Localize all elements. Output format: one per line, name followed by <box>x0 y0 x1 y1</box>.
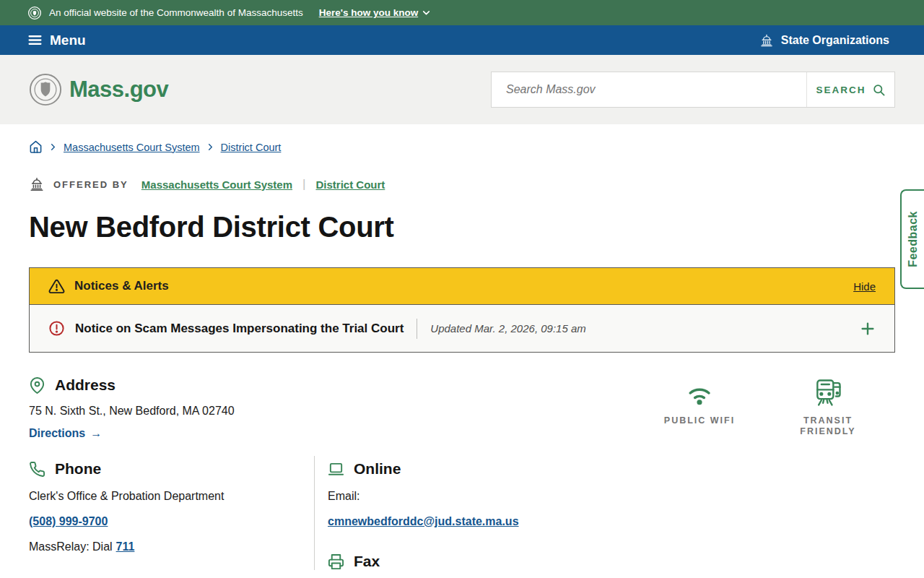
amenity-transit-friendly: TRANSIT FRIENDLY <box>781 376 875 440</box>
massgov-logo[interactable]: Mass.gov <box>29 73 168 106</box>
address-text: 75 N. Sixth St., New Bedford, MA 02740 <box>29 405 235 418</box>
search-button[interactable]: SEARCH <box>806 72 894 107</box>
main-nav: Menu State Organizations <box>0 25 924 55</box>
phone-icon <box>29 461 45 478</box>
right-arrow-icon: → <box>90 427 102 440</box>
location-pin-icon <box>29 377 45 394</box>
separator: | <box>302 177 305 191</box>
search-bar: SEARCH <box>491 72 895 108</box>
statehouse-icon <box>759 33 774 48</box>
divider <box>417 319 417 339</box>
online-section: Online Email: cmnewbedforddc@jud.state.m… <box>315 456 519 570</box>
fax-icon <box>328 553 344 570</box>
massrelay-line: MassRelay: Dial711 <box>29 540 314 553</box>
address-heading: Address <box>55 376 116 394</box>
plus-icon <box>860 321 876 337</box>
email-label: Email: <box>328 490 519 503</box>
state-organizations-link[interactable]: State Organizations <box>759 33 889 48</box>
laptop-icon <box>328 461 344 478</box>
feedback-label: Feedback <box>907 211 920 267</box>
hamburger-icon <box>27 33 43 48</box>
amenity-label: PUBLIC WIFI <box>664 415 735 426</box>
page-title: New Bedford District Court <box>29 211 895 243</box>
notices-alerts-header: Notices & Alerts Hide <box>30 268 894 304</box>
email-link[interactable]: cmnewbedforddc@jud.state.ma.us <box>328 515 519 527</box>
breadcrumb-link-court-system[interactable]: Massachusetts Court System <box>64 142 200 153</box>
alert-row: Notice on Scam Messages Impersonating th… <box>30 304 894 352</box>
transit-icon <box>812 376 844 408</box>
massgov-seal-icon <box>29 73 62 106</box>
directions-link[interactable]: Directions → <box>29 427 102 440</box>
fax-heading: Fax <box>354 553 380 570</box>
phone-department: Clerk's Office & Probation Department <box>29 490 314 503</box>
offered-by-link-district-court[interactable]: District Court <box>315 178 385 191</box>
breadcrumb: Massachusetts Court System District Cour… <box>29 140 895 154</box>
wifi-icon <box>683 376 716 408</box>
phone-section: Phone Clerk's Office & Probation Departm… <box>29 456 314 570</box>
alert-updated-timestamp: Updated Mar. 2, 2026, 09:15 am <box>430 322 585 335</box>
fax-section: Fax <box>328 553 519 570</box>
alert-title: Notice on Scam Messages Impersonating th… <box>75 322 404 336</box>
offered-by-link-court-system[interactable]: Massachusetts Court System <box>141 178 292 191</box>
chevron-right-icon <box>206 143 214 151</box>
offered-by: OFFERED BY Massachusetts Court System | … <box>29 176 895 192</box>
address-section: Address 75 N. Sixth St., New Bedford, MA… <box>29 376 235 440</box>
amenities: PUBLIC WIFI TRANSIT FRIENDLY <box>653 376 875 440</box>
phone-number-link[interactable]: (508) 999-9700 <box>29 515 108 527</box>
menu-button[interactable]: Menu <box>27 33 86 48</box>
chevron-right-icon <box>49 143 57 151</box>
massrelay-711-link[interactable]: 711 <box>116 540 135 553</box>
menu-label: Menu <box>50 33 86 48</box>
online-heading: Online <box>354 460 401 478</box>
warning-triangle-icon <box>48 278 65 295</box>
statehouse-icon <box>29 176 45 192</box>
alert-circle-icon <box>48 320 65 337</box>
home-icon[interactable] <box>29 140 43 154</box>
heres-how-you-know-link[interactable]: Here's how you know <box>319 7 432 18</box>
breadcrumb-link-district-court[interactable]: District Court <box>221 142 282 153</box>
offered-by-label: OFFERED BY <box>53 179 128 190</box>
notices-alerts-title: Notices & Alerts <box>74 279 169 293</box>
massgov-logo-text: Mass.gov <box>69 77 168 103</box>
banner-text: An official website of the Commonwealth … <box>49 7 303 18</box>
state-seal-icon <box>27 6 42 20</box>
search-input[interactable] <box>492 72 806 107</box>
notices-alerts-panel: Notices & Alerts Hide Notice on Scam Mes… <box>29 267 895 353</box>
expand-alert-button[interactable] <box>860 321 876 337</box>
amenity-public-wifi: PUBLIC WIFI <box>653 376 746 440</box>
official-banner: An official website of the Commonwealth … <box>0 0 924 25</box>
amenity-label: TRANSIT FRIENDLY <box>781 415 875 437</box>
hide-alerts-link[interactable]: Hide <box>853 280 876 293</box>
state-organizations-label: State Organizations <box>781 34 889 47</box>
phone-heading: Phone <box>55 460 101 478</box>
chevron-down-icon <box>422 8 431 17</box>
feedback-tab[interactable]: Feedback <box>900 189 924 289</box>
search-icon <box>872 83 886 97</box>
site-header: Mass.gov SEARCH <box>0 55 924 124</box>
